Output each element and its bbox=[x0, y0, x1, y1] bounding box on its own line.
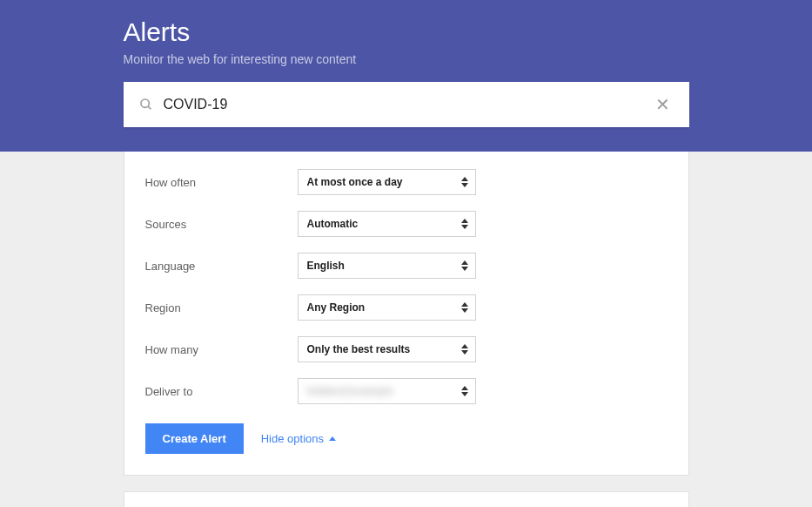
dropdown-arrows-icon bbox=[461, 386, 468, 396]
label-deliver-to: Deliver to bbox=[145, 385, 298, 398]
dropdown-arrows-icon bbox=[461, 302, 468, 313]
label-how-often: How often bbox=[145, 176, 298, 189]
select-how-many[interactable]: Only the best results bbox=[298, 336, 476, 362]
svg-point-0 bbox=[141, 99, 149, 107]
header-banner: Alerts Monitor the web for interesting n… bbox=[0, 0, 812, 152]
select-language-value: English bbox=[307, 260, 345, 272]
search-icon bbox=[139, 98, 153, 112]
label-language: Language bbox=[145, 260, 298, 273]
page-subtitle: Monitor the web for interesting new cont… bbox=[124, 52, 689, 66]
hide-options-link[interactable]: Hide options bbox=[261, 432, 336, 445]
preview-card: Alert preview NEWS bbox=[124, 491, 689, 507]
select-how-often[interactable]: At most once a day bbox=[298, 169, 476, 195]
select-sources-value: Automatic bbox=[307, 218, 359, 230]
select-language[interactable]: English bbox=[298, 253, 476, 279]
create-alert-button[interactable]: Create Alert bbox=[145, 423, 244, 454]
select-deliver-to[interactable]: hidden@example bbox=[298, 378, 476, 404]
options-card: How often At most once a day Sources Aut… bbox=[124, 152, 689, 476]
dropdown-arrows-icon bbox=[461, 219, 468, 229]
search-input[interactable] bbox=[164, 97, 652, 112]
dropdown-arrows-icon bbox=[461, 177, 468, 187]
caret-up-icon bbox=[329, 436, 336, 441]
clear-icon[interactable]: ✕ bbox=[652, 94, 674, 115]
label-region: Region bbox=[145, 301, 298, 314]
hide-options-label: Hide options bbox=[261, 432, 324, 445]
dropdown-arrows-icon bbox=[461, 344, 468, 355]
select-sources[interactable]: Automatic bbox=[298, 211, 476, 237]
label-how-many: How many bbox=[145, 343, 298, 356]
select-region-value: Any Region bbox=[307, 301, 366, 314]
page-title: Alerts bbox=[124, 17, 689, 47]
select-how-many-value: Only the best results bbox=[307, 343, 411, 355]
select-region[interactable]: Any Region bbox=[298, 294, 476, 321]
search-box[interactable]: ✕ bbox=[124, 82, 689, 127]
select-how-often-value: At most once a day bbox=[307, 176, 403, 188]
dropdown-arrows-icon bbox=[461, 260, 468, 271]
label-sources: Sources bbox=[145, 218, 298, 231]
svg-line-1 bbox=[148, 106, 151, 109]
select-deliver-to-value: hidden@example bbox=[307, 385, 393, 397]
